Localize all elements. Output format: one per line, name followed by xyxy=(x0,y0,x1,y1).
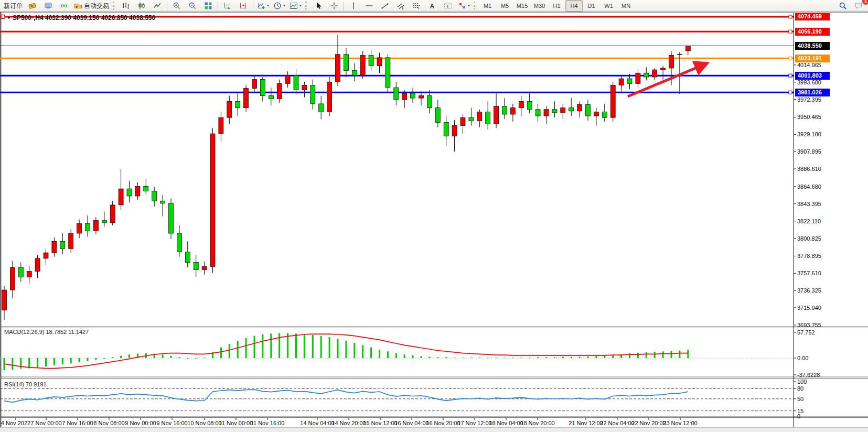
chevron-down-icon[interactable]: ▾ xyxy=(267,4,269,8)
macd-histogram-bar xyxy=(20,358,22,369)
chart-bars-icon xyxy=(122,2,130,10)
timeframe-h4-label: H4 xyxy=(571,3,578,9)
line-chart-button[interactable] xyxy=(149,0,165,12)
text-button[interactable]: A xyxy=(424,0,440,12)
candle-body xyxy=(102,220,106,223)
periods-button[interactable]: ▾ xyxy=(271,0,287,12)
macd-histogram-bar xyxy=(295,333,297,358)
zoom-in-icon xyxy=(173,2,181,10)
trendline-button[interactable] xyxy=(377,0,393,12)
chart-canvas[interactable] xyxy=(0,0,868,432)
candle-body xyxy=(10,267,15,290)
chart-candles-icon xyxy=(137,2,146,10)
macd-histogram-bar xyxy=(79,358,80,362)
macd-histogram-bar xyxy=(337,339,339,358)
rsi-scale-label: 50 xyxy=(797,396,803,402)
svg-text:T: T xyxy=(446,4,449,9)
candle-body xyxy=(619,79,624,85)
zoom-out-button[interactable] xyxy=(185,0,200,12)
candlestick-chart-button[interactable] xyxy=(134,0,149,12)
macd-histogram-bar xyxy=(70,358,72,363)
candle-body xyxy=(319,104,324,112)
macd-histogram-bar xyxy=(646,352,647,358)
macd-histogram-bar xyxy=(571,357,572,358)
price-axis-tick: 3972.395 xyxy=(797,96,821,103)
price-list-button[interactable] xyxy=(25,0,40,12)
chevron-down-icon[interactable]: ▾ xyxy=(283,4,285,8)
bar-chart-button[interactable] xyxy=(118,0,134,12)
candle-body xyxy=(194,263,198,270)
chevron-down-icon[interactable]: ▾ xyxy=(299,4,302,8)
templates-button[interactable]: ▾ xyxy=(287,0,304,12)
horizontal-line-object[interactable] xyxy=(0,57,794,60)
timeframe-h4[interactable]: H4 xyxy=(565,0,583,12)
timeframe-h1[interactable]: H1 xyxy=(548,0,565,12)
arrows-button[interactable]: ▾ xyxy=(456,0,472,12)
signals-button[interactable] xyxy=(56,0,72,12)
macd-histogram-bar xyxy=(595,356,597,358)
time-axis-label: 18 Nov 04:00 xyxy=(489,420,523,426)
candle-body xyxy=(502,106,507,114)
indicators-button[interactable]: ▾ xyxy=(255,0,271,12)
collapse-triangle-icon[interactable]: ▼ xyxy=(7,16,11,20)
timeframe-w1[interactable]: W1 xyxy=(600,0,617,12)
equidistant-channel-button[interactable]: E xyxy=(393,0,409,12)
macd-histogram-bar xyxy=(504,358,506,358)
chart-shift-button[interactable] xyxy=(235,0,251,12)
indicators-icon xyxy=(257,2,265,10)
chat-icon xyxy=(854,2,863,10)
macd-histogram-bar xyxy=(237,341,239,358)
timeframe-m5[interactable]: M5 xyxy=(496,0,513,12)
candle-body xyxy=(594,112,598,116)
auto-trading-button[interactable]: 自动交易 xyxy=(72,0,111,12)
new-order-button[interactable]: 新订单 xyxy=(2,0,25,12)
candle-body xyxy=(535,110,540,116)
text-label-button[interactable]: T xyxy=(440,0,456,12)
macd-scale-label: -37.6228 xyxy=(797,372,820,378)
time-axis-label: 16 Nov 04:00 xyxy=(394,420,428,426)
auto-scroll-button[interactable] xyxy=(220,0,235,12)
candle-body xyxy=(77,223,82,233)
window-bottom-strip xyxy=(0,427,868,432)
timeframe-mn[interactable]: MN xyxy=(617,0,635,12)
timeframe-m15[interactable]: M15 xyxy=(513,0,531,12)
terminal-button[interactable] xyxy=(40,0,56,12)
macd-histogram-bar xyxy=(329,337,330,358)
macd-histogram-bar xyxy=(428,357,430,358)
symbol-title-text: SP500-,H4 4032.390 4039.150 4026.850 403… xyxy=(13,14,155,21)
vertical-line-button[interactable] xyxy=(346,0,361,12)
fibonacci-button[interactable]: F xyxy=(409,0,424,12)
timeframe-d1[interactable]: D1 xyxy=(583,0,600,12)
tile-windows-button[interactable] xyxy=(200,0,216,12)
macd-histogram-bar xyxy=(87,358,89,361)
time-axis-label: 10 Nov 08:00 xyxy=(187,420,221,426)
channel-icon: E xyxy=(397,2,405,10)
timeframe-m30[interactable]: M30 xyxy=(531,0,548,12)
time-axis-label: 23 Nov 12:00 xyxy=(663,420,697,426)
macd-histogram-bar xyxy=(421,357,422,358)
candle-body xyxy=(219,117,223,134)
price-axis-tick: 3843.395 xyxy=(797,201,821,207)
chevron-down-icon[interactable]: ▾ xyxy=(468,4,470,8)
candle-body xyxy=(510,108,515,114)
zoom-in-button[interactable] xyxy=(169,0,185,12)
cursor-button[interactable] xyxy=(310,0,326,12)
chat-button[interactable]: 1 xyxy=(851,0,866,12)
crosshair-button[interactable] xyxy=(326,0,342,12)
horizontal-line-object[interactable] xyxy=(0,30,794,33)
time-axis-label: 11 Nov 00:00 xyxy=(219,420,253,426)
macd-histogram-bar xyxy=(579,357,581,358)
candle-body xyxy=(527,101,532,109)
candle-body xyxy=(444,122,448,136)
macd-histogram-bar xyxy=(387,351,389,358)
timeframe-m1[interactable]: M1 xyxy=(479,0,496,12)
horizontal-line-button[interactable] xyxy=(361,0,377,12)
candle-body xyxy=(93,220,98,231)
candle-body xyxy=(402,93,407,100)
candle-body xyxy=(227,101,232,117)
macd-histogram-bar xyxy=(462,358,464,358)
macd-histogram-bar xyxy=(545,357,547,358)
price-axis-tick: 3993.680 xyxy=(797,79,821,85)
price-axis-tick: 3757.610 xyxy=(797,270,821,276)
search-button[interactable] xyxy=(835,0,851,12)
